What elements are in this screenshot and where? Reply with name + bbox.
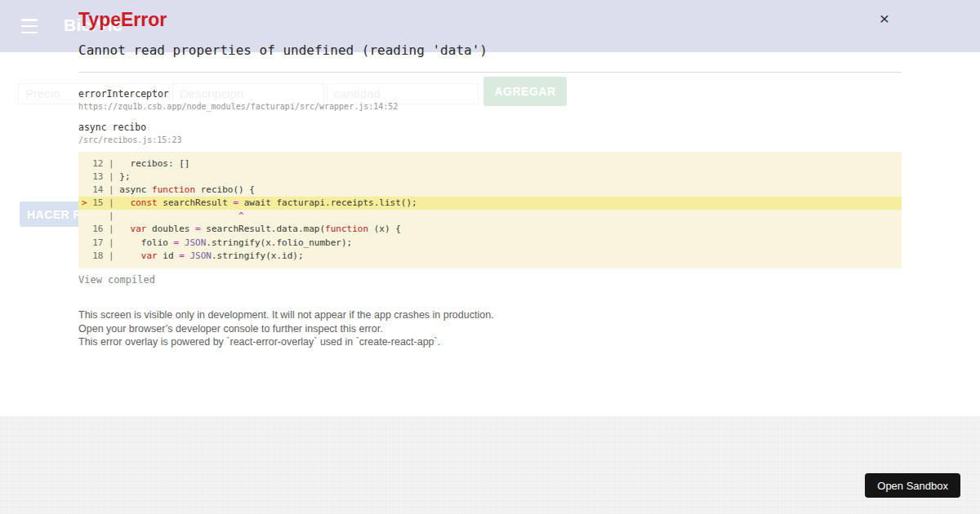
code-line: | ^ [78, 210, 902, 223]
close-icon[interactable]: × [875, 9, 894, 29]
code-line: > 15 | const searchResult = await factur… [78, 197, 902, 210]
overlay-footer-note: This screen is visible only in developme… [78, 308, 494, 349]
code-line: 12 | recibos: [] [78, 157, 902, 171]
stack-frame-location: https://zqu1b.csb.app/node_modules/factu… [78, 102, 398, 111]
error-title: TypeError [78, 9, 167, 31]
code-frame: 12 | recibos: [] 13 | }; 14 | async func… [78, 152, 902, 268]
open-sandbox-button[interactable]: Open Sandbox [865, 473, 960, 498]
code-line: 13 | }; [78, 171, 902, 184]
code-line: 17 | folio = JSON.stringify(x.folio_numb… [78, 237, 902, 250]
stack-frame-function: errorInterceptor [78, 88, 169, 100]
divider [78, 72, 902, 73]
code-line: 16 | var doubles = searchResult.data.map… [78, 223, 902, 236]
footer-line: This error overlay is powered by `react-… [78, 335, 494, 349]
footer-line: This screen is visible only in developme… [78, 308, 494, 322]
sandbox-preview-background [0, 416, 980, 514]
error-message: Cannot read properties of undefined (rea… [78, 42, 488, 58]
stack-frame-function: async recibo [78, 122, 146, 133]
stack-frame-location: /src/recibos.js:15:23 [78, 135, 181, 144]
error-overlay: × TypeError Cannot read properties of un… [78, 0, 902, 416]
code-line: 18 | var id = JSON.stringify(x.id); [78, 250, 902, 263]
footer-line: Open your browser’s developer console to… [78, 322, 494, 336]
view-compiled-link[interactable]: View compiled [78, 274, 155, 286]
code-line: 14 | async function recibo() { [78, 184, 902, 197]
